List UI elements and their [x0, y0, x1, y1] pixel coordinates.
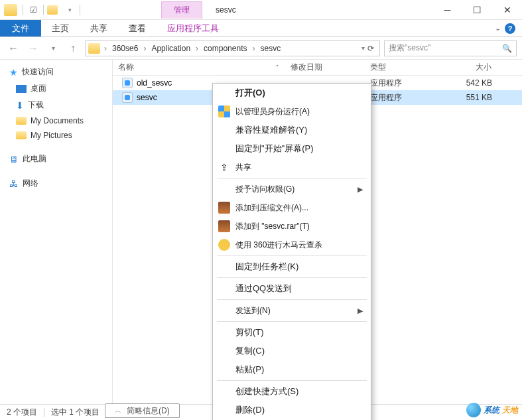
details-pane-popup[interactable]: ︿ 简略信息(D) — [105, 403, 180, 418]
cm-item-shortcut[interactable]: 创建快捷方式(S) — [213, 382, 371, 401]
cm-item-send-to[interactable]: 发送到(N) ▶ — [213, 301, 371, 320]
col-header-size[interactable]: 大小 — [444, 62, 497, 73]
cm-item-delete[interactable]: 删除(D) — [213, 401, 371, 419]
quick-access-toolbar: ☑ ▾ — [0, 3, 82, 17]
address-dropdown-icon[interactable]: ▾ — [361, 44, 365, 52]
cm-label: 使用 360进行木马云查杀 — [235, 240, 322, 251]
sort-caret-icon: ˄ — [276, 64, 279, 71]
network-icon: 🖧 — [9, 178, 19, 189]
sidebar-label: My Pictures — [31, 131, 72, 140]
watermark-text: 天地 — [502, 405, 518, 416]
monitor-icon: 🖥 — [9, 154, 19, 165]
sidebar-item-desktop[interactable]: 桌面 — [0, 80, 112, 97]
close-button[interactable]: ✕ — [492, 1, 522, 19]
download-icon: ⬇ — [16, 100, 24, 111]
ribbon-collapse-icon[interactable]: ⌄ — [495, 24, 501, 33]
home-tab[interactable]: 主页 — [41, 20, 80, 36]
sidebar-label: 下载 — [28, 100, 44, 111]
sidebar-label: My Documents — [31, 116, 84, 125]
folder-icon — [16, 117, 27, 125]
watermark: 系统天地 — [466, 403, 518, 417]
chevron-right-icon[interactable]: › — [194, 44, 200, 53]
folder-icon — [4, 4, 17, 16]
up-button[interactable]: ↑ — [65, 40, 81, 56]
col-label: 名称 — [118, 62, 134, 73]
sidebar-item-pictures[interactable]: My Pictures — [0, 128, 112, 143]
cm-item-pin-taskbar[interactable]: 固定到任务栏(K) — [213, 257, 371, 276]
cm-item-360-scan[interactable]: 使用 360进行木马云查杀 — [213, 236, 371, 254]
desktop-icon — [16, 85, 27, 93]
menu-separator — [217, 277, 367, 278]
search-input[interactable]: 搜索"sesvc" 🔍 — [384, 40, 517, 56]
sidebar-label: 桌面 — [31, 83, 46, 94]
shield-icon — [218, 105, 230, 117]
cm-item-add-archive[interactable]: 添加到压缩文件(A)... — [213, 198, 371, 217]
cm-item-share[interactable]: ⇪ 共享 — [213, 158, 371, 176]
chevron-right-icon[interactable]: › — [103, 44, 108, 53]
cm-item-run-as-admin[interactable]: 以管理员身份运行(A) — [213, 102, 371, 121]
breadcrumb-segment[interactable]: 360se6 — [109, 44, 141, 53]
sidebar-item-quick-access[interactable]: ★ 快速访问 — [0, 64, 112, 80]
cm-item-paste[interactable]: 粘贴(P) — [213, 360, 371, 379]
col-header-name[interactable]: 名称 ˄ — [113, 62, 285, 73]
navigation-pane: ★ 快速访问 桌面 ⬇ 下载 My Documents My Pictures … — [0, 60, 113, 404]
cm-item-compat[interactable]: 兼容性疑难解答(Y) — [213, 121, 371, 139]
cm-item-open[interactable]: 打开(O) — [213, 84, 371, 102]
status-item-count: 2 个项目 — [7, 407, 37, 418]
menu-separator — [217, 321, 367, 322]
qat-dropdown-icon[interactable]: ▾ — [62, 3, 77, 17]
manage-tab[interactable]: 管理 — [161, 1, 202, 19]
search-icon[interactable]: 🔍 — [502, 44, 512, 53]
breadcrumb-segment[interactable]: Application — [149, 44, 193, 53]
file-size: 551 KB — [444, 93, 497, 102]
folder-icon — [88, 43, 100, 54]
search-placeholder: 搜索"sesvc" — [389, 42, 430, 54]
cm-item-add-rar[interactable]: 添加到 "sesvc.rar"(T) — [213, 217, 371, 236]
maximize-button[interactable]: ☐ — [462, 1, 492, 19]
back-button[interactable]: ← — [5, 40, 21, 56]
file-name: sesvc — [137, 93, 157, 102]
chevron-right-icon: ▶ — [358, 307, 363, 315]
breadcrumb-segment[interactable]: sesvc — [257, 44, 283, 53]
sidebar-label: 快速访问 — [22, 66, 54, 78]
sidebar-item-this-pc[interactable]: 🖥 此电脑 — [0, 151, 112, 167]
chevron-up-icon: ︿ — [115, 406, 121, 415]
chevron-right-icon[interactable]: › — [142, 44, 147, 53]
file-tab[interactable]: 文件 — [0, 20, 41, 36]
app-tools-tab[interactable]: 应用程序工具 — [157, 20, 229, 36]
menu-separator — [217, 380, 367, 381]
cm-item-cut[interactable]: 剪切(T) — [213, 323, 371, 342]
cm-label: 共享 — [235, 162, 251, 173]
cm-item-pin-start[interactable]: 固定到"开始"屏幕(P) — [213, 139, 371, 158]
status-selected-count: 选中 1 个项目 — [51, 407, 99, 418]
cm-label: 授予访问权限(G) — [235, 184, 294, 195]
sidebar-item-network[interactable]: 🖧 网络 — [0, 175, 112, 192]
cm-item-qq-send[interactable]: 通过QQ发送到 — [213, 279, 371, 298]
breadcrumb-segment[interactable]: components — [201, 44, 249, 53]
qat-checkbox-icon[interactable]: ☑ — [26, 3, 40, 17]
cm-item-grant-access[interactable]: 授予访问权限(G) ▶ — [213, 180, 371, 198]
sidebar-item-downloads[interactable]: ⬇ 下载 — [0, 97, 112, 113]
watermark-text: 系统 — [484, 405, 499, 416]
breadcrumb[interactable]: › 360se6 › Application › components › se… — [85, 40, 380, 56]
separator — [23, 5, 23, 15]
col-header-type[interactable]: 类型 — [365, 62, 444, 73]
col-header-date[interactable]: 修改日期 — [285, 62, 365, 73]
chevron-right-icon[interactable]: › — [251, 44, 256, 53]
address-bar: ← → ▾ ↑ › 360se6 › Application › compone… — [0, 37, 522, 60]
qat-folder-icon[interactable] — [46, 3, 61, 17]
share-tab[interactable]: 共享 — [80, 20, 118, 36]
refresh-icon[interactable]: ⟳ — [367, 44, 374, 53]
recent-dropdown-icon[interactable]: ▾ — [45, 40, 61, 56]
cm-item-copy[interactable]: 复制(C) — [213, 342, 371, 360]
view-tab[interactable]: 查看 — [118, 20, 157, 36]
forward-button[interactable]: → — [25, 40, 41, 56]
minimize-button[interactable]: ─ — [432, 1, 462, 19]
sidebar-item-documents[interactable]: My Documents — [0, 113, 112, 128]
column-headers: 名称 ˄ 修改日期 类型 大小 — [113, 60, 522, 76]
cm-label: 添加到 "sesvc.rar"(T) — [235, 221, 310, 232]
context-menu: 打开(O) 以管理员身份运行(A) 兼容性疑难解答(Y) 固定到"开始"屏幕(P… — [212, 83, 371, 420]
help-icon[interactable]: ? — [505, 23, 515, 34]
titlebar: ☑ ▾ 管理 sesvc ─ ☐ ✕ — [0, 0, 522, 20]
share-icon: ⇪ — [218, 161, 230, 173]
